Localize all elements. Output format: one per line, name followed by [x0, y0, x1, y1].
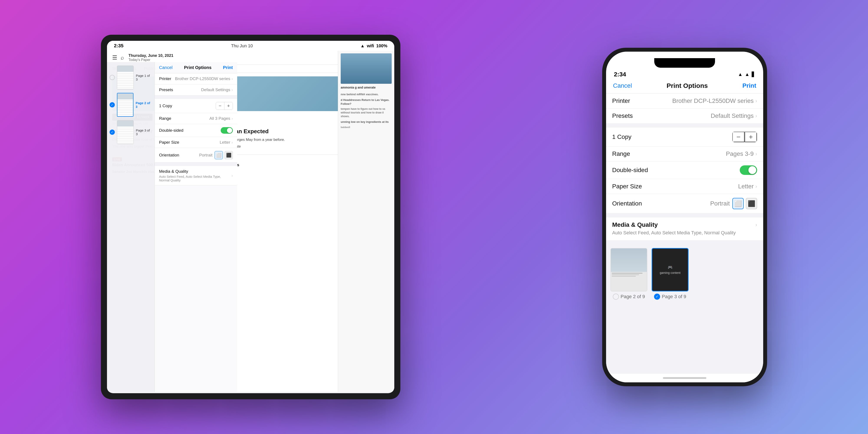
ipad-status-bar: 2:35 Thu Jun 10 ▲ wifi 100%	[107, 41, 394, 51]
ipad-copies-row: 1 Copy − +	[155, 99, 237, 113]
ipad-range-row[interactable]: Range All 3 Pages ›	[155, 113, 237, 124]
gaming-icon: 🎮	[660, 265, 681, 270]
gaming-text: gaming content	[660, 271, 681, 275]
ipad-paper-size-text: Letter	[220, 140, 230, 145]
iphone-thumb-page2[interactable]: Page 2 of 9	[611, 248, 647, 300]
ipad-print-title: Print Options	[184, 65, 212, 70]
ipad-decrement-button[interactable]: −	[216, 102, 224, 110]
thumb-item-1[interactable]: Page 1 of 3	[110, 65, 152, 89]
iphone-mq-chevron: ›	[755, 222, 757, 228]
iphone-print-title: Print Options	[666, 82, 708, 89]
ipad-orientation-controls: Portrait ⬜ ⬛	[199, 151, 233, 159]
iphone-range-chevron: ›	[755, 151, 757, 157]
iphone-double-sided-row: Double-sided	[606, 161, 763, 179]
ipad-media-quality-row[interactable]: Media & Quality Auto Select Feed, Auto S…	[155, 166, 237, 185]
ipad-media-quality-left: Media & Quality Auto Select Feed, Auto S…	[159, 169, 231, 182]
gaming-content: 🎮 gaming content	[660, 265, 681, 275]
iphone-toggle-knob	[748, 166, 756, 174]
ipad-printer-chevron: ›	[231, 76, 233, 81]
ipad-increment-button[interactable]: +	[224, 102, 232, 110]
iphone-print-settings-section: 1 Copy − + Range Pages 3-9 ›	[606, 128, 763, 213]
iphone-orient-btns: ⬜ ⬛	[733, 198, 757, 209]
iphone-screen: 2:34 ▲ ▲ ▋ Cancel Print Options Print Pr…	[606, 52, 763, 382]
iphone-thumb-label-3: ✓ Page 3 of 9	[654, 293, 686, 300]
thumb-line-3	[612, 276, 636, 277]
thumb-header-1	[117, 66, 133, 72]
ipad-paper-size-row[interactable]: Paper Size Letter ›	[155, 137, 237, 148]
iphone-double-sided-toggle[interactable]	[740, 165, 757, 175]
thumb-item-2[interactable]: ✓ Page 2 of 3	[110, 93, 152, 117]
iphone-presets-row[interactable]: Presets Default Settings ›	[606, 108, 763, 123]
iphone-paper-size-row[interactable]: Paper Size Letter ›	[606, 179, 763, 194]
ipad-range-chevron: ›	[231, 116, 233, 121]
iphone-orientation-label: Orientation	[612, 200, 642, 207]
thumb-line-2	[612, 274, 639, 275]
ipad-printer-name: Brother DCP-L2550DW series	[175, 76, 230, 81]
iphone-landscape-btn[interactable]: ⬛	[746, 198, 757, 209]
page-thumbnails-panel: Page 1 of 3 ✓ Page 2 of 3 ✓	[107, 62, 155, 392]
ipad-copies-stepper[interactable]: − +	[216, 102, 233, 110]
iphone-presets-value: Default Settings ›	[711, 113, 757, 119]
thumb-img-2	[117, 93, 133, 117]
ipad-presets-row[interactable]: Presets Default Settings ›	[155, 85, 237, 95]
thumb-label-2: Page 2 of 3	[135, 101, 152, 108]
iphone-print-button[interactable]: Print	[742, 82, 756, 89]
iphone-thumb-circle-3[interactable]: ✓	[654, 293, 660, 300]
ipad-printer-label: Printer	[159, 76, 171, 81]
iphone-range-value: Pages 3-9 ›	[726, 150, 757, 157]
iphone-range-text: Pages 3-9	[726, 150, 754, 157]
ipad-printer-row[interactable]: Printer Brother DCP-L2550DW series ›	[155, 73, 237, 85]
ipad-double-sided-label: Double-sided	[159, 128, 183, 133]
iphone-thumb-img-3: 🎮 gaming content	[652, 248, 688, 291]
iphone-printer-section: Printer Brother DCP-L2550DW series › Pre…	[606, 94, 763, 123]
iphone-increment-button[interactable]: +	[745, 132, 757, 142]
iphone-double-sided-label: Double-sided	[612, 167, 648, 174]
ipad-portrait-btn[interactable]: ⬜	[215, 151, 223, 159]
iphone-paper-size-text: Letter	[738, 183, 754, 190]
thumb-check-2[interactable]: ✓	[110, 102, 115, 107]
iphone-paper-size-label: Paper Size	[612, 183, 642, 190]
ipad-cancel-button[interactable]: Cancel	[159, 65, 173, 70]
thumb-check-3[interactable]: ✓	[110, 129, 115, 135]
iphone-printer-row[interactable]: Printer Brother DCP-L2550DW series ›	[606, 94, 763, 108]
iphone-printer-chevron: ›	[755, 98, 757, 104]
iphone-thumb-label-2: Page 2 of 9	[613, 293, 645, 300]
iphone-range-row[interactable]: Range Pages 3-9 ›	[606, 147, 763, 161]
ipad-date: Thu Jun 10	[231, 43, 253, 49]
iphone-print-header: Cancel Print Options Print	[606, 80, 763, 94]
iphone-mq-sub: Auto Select Feed, Auto Select Media Type…	[612, 229, 757, 236]
iphone-media-quality[interactable]: Media & Quality › Auto Select Feed, Auto…	[606, 217, 763, 240]
ipad-paper-size-value: Letter ›	[220, 140, 233, 145]
iphone-orientation-row: Orientation Portrait ⬜ ⬛	[606, 194, 763, 213]
ipad-section-divider-2	[155, 162, 237, 166]
ipad-range-label: Range	[159, 116, 171, 121]
iphone-status-icons: ▲ ▲ ▋	[738, 72, 755, 77]
ipad-landscape-btn[interactable]: ⬛	[225, 151, 233, 159]
iphone-decrement-button[interactable]: −	[733, 132, 745, 142]
thumb-check-1[interactable]	[110, 75, 115, 80]
ipad-print-button[interactable]: Print	[223, 65, 233, 70]
iphone-battery-icon: ▋	[752, 72, 755, 77]
iphone-thumb-page3[interactable]: 🎮 gaming content ✓ Page 3 of 9	[652, 248, 688, 300]
ipad-paper-size-chevron: ›	[231, 140, 233, 145]
print-options-header: Cancel Print Options Print	[155, 62, 237, 73]
iphone-printer-value: Brother DCP-L2550DW series ›	[672, 97, 757, 104]
iphone-orientation-controls: Portrait ⬜ ⬛	[710, 198, 757, 209]
iphone-thumb-img-2	[611, 248, 647, 291]
iphone-thumb-circle-2[interactable]	[613, 293, 619, 300]
iphone-options-scroll[interactable]: Printer Brother DCP-L2550DW series › Pre…	[606, 94, 763, 374]
thumb-line-1	[612, 273, 643, 274]
iphone-copies-stepper[interactable]: − +	[732, 131, 757, 142]
ipad-range-text: All 3 Pages	[209, 116, 230, 121]
iphone-portrait-btn[interactable]: ⬜	[733, 198, 744, 209]
iphone-cancel-button[interactable]: Cancel	[613, 82, 632, 89]
thumb-header-2	[117, 93, 133, 99]
ipad-double-sided-toggle[interactable]	[221, 127, 233, 134]
iphone-orientation-value: Portrait	[710, 200, 730, 207]
thumb-img-3	[117, 120, 134, 144]
ipad-status-icons: ▲ wifi 100%	[361, 43, 388, 49]
ipad-presets-chevron: ›	[231, 88, 233, 92]
thumb-item-3[interactable]: ✓ Page 3 of 3	[110, 120, 152, 144]
iphone-thumb-gaming: 🎮 gaming content	[652, 249, 688, 291]
iphone-thumb-image-top	[611, 248, 647, 272]
